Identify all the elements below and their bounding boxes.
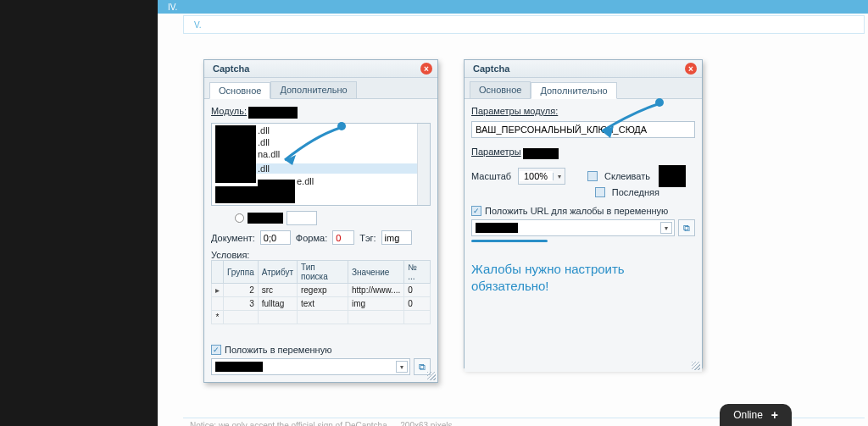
dialog-title: Captcha xyxy=(213,64,249,74)
put-url-label: Положить URL для жалобы в переменную xyxy=(485,206,668,216)
glue-checkbox[interactable] xyxy=(587,171,598,181)
close-icon[interactable]: × xyxy=(420,63,432,75)
module-listbox[interactable]: .dll .dll na.dll .dll e.dll xyxy=(211,123,431,206)
redacted-bar xyxy=(476,223,518,233)
module-params-input[interactable] xyxy=(471,121,695,138)
redacted-bar xyxy=(659,165,686,187)
plus-icon: + xyxy=(771,408,778,422)
tag-input[interactable] xyxy=(381,230,412,245)
document-input[interactable] xyxy=(260,230,291,245)
put-variable-label: Положить в переменную xyxy=(225,345,331,355)
list-item[interactable]: .dll xyxy=(258,137,270,147)
dialog-title: Captcha xyxy=(473,64,509,74)
last-label: Последняя xyxy=(612,187,659,197)
scale-spinner[interactable]: ▾ xyxy=(518,168,565,185)
captcha-dialog-main: Captcha × Основное Дополнительно Модуль:… xyxy=(203,59,438,383)
online-button[interactable]: Online + xyxy=(720,404,792,426)
dialog-tabs: Основное Дополнительно xyxy=(465,78,702,99)
redacted-bar xyxy=(523,148,559,159)
dialog-tabs: Основное Дополнительно xyxy=(204,78,437,99)
col-value: Значение xyxy=(348,261,403,284)
conditions-label: Условия: xyxy=(211,250,249,260)
form-label: Форма: xyxy=(296,233,327,243)
scrollbar[interactable] xyxy=(417,124,430,205)
last-checkbox[interactable] xyxy=(595,187,605,197)
radio-value-input[interactable] xyxy=(287,211,317,225)
resize-grip[interactable] xyxy=(692,362,700,370)
put-url-checkbox[interactable] xyxy=(471,206,481,216)
table-row[interactable]: 3 fulltag text img 0 xyxy=(212,297,431,311)
put-variable-checkbox[interactable] xyxy=(211,345,221,355)
form-input[interactable] xyxy=(332,230,354,245)
radio-option[interactable] xyxy=(235,213,244,223)
tab-main[interactable]: Основное xyxy=(470,81,531,98)
captcha-dialog-extra: Captcha × Основное Дополнительно Парамет… xyxy=(464,59,703,368)
sidebar-dark xyxy=(0,0,158,426)
list-item[interactable]: e.dll xyxy=(297,176,314,186)
tab-extra[interactable]: Дополнительно xyxy=(270,81,356,98)
svg-point-1 xyxy=(655,98,664,107)
table-row[interactable]: ▸ 2 src regexp http://www.... 0 xyxy=(212,284,431,297)
dialog-body: Модуль: .dll .dll na.dll .dll e.dll xyxy=(204,99,437,382)
row-marker-v: V. xyxy=(194,20,202,30)
list-item-selected[interactable]: .dll xyxy=(256,163,426,174)
dialog-titlebar: Captcha × xyxy=(465,60,702,78)
dialog-body: Параметры модуля: Параметры Масштаб ▾ xyxy=(465,99,702,372)
row-marker-iv: IV. xyxy=(168,3,177,12)
tag-label: Тэг: xyxy=(359,233,376,243)
conditions-table[interactable]: Группа Атрибут Тип поиска Значение № ...… xyxy=(211,260,431,324)
module-params-label: Параметры модуля: xyxy=(471,106,558,116)
sub-bar: V. xyxy=(183,15,865,34)
online-label: Online xyxy=(733,409,763,421)
copy-icon-button[interactable]: ⧉ xyxy=(678,219,695,236)
dialog-titlebar: Captcha × xyxy=(204,60,437,78)
redacted-bar xyxy=(248,107,298,119)
col-num: № ... xyxy=(404,261,431,284)
tab-extra[interactable]: Дополнительно xyxy=(531,82,616,99)
scale-input[interactable] xyxy=(519,171,553,181)
chevron-down-icon[interactable]: ▾ xyxy=(553,173,565,180)
list-item[interactable]: na.dll xyxy=(258,149,280,159)
table-header-row: Группа Атрибут Тип поиска Значение № ... xyxy=(212,261,431,284)
close-icon[interactable]: × xyxy=(685,63,697,75)
table-row-new[interactable]: * xyxy=(212,311,431,324)
chevron-down-icon[interactable]: ▾ xyxy=(660,222,672,234)
document-label: Документ: xyxy=(211,233,255,243)
tab-main[interactable]: Основное xyxy=(209,82,270,99)
redacted-bar xyxy=(215,362,263,372)
content-area: IV. V. Captcha × Основное Дополнительно … xyxy=(158,0,868,426)
blue-header-bar: IV. xyxy=(158,0,868,14)
col-find: Тип поиска xyxy=(297,261,348,284)
module-label: Модуль: xyxy=(211,106,247,116)
url-variable-combo[interactable]: ▾ xyxy=(471,219,675,236)
resize-grip[interactable] xyxy=(427,372,436,380)
scale-label: Масштаб xyxy=(471,171,511,181)
glue-label: Склеивать xyxy=(604,171,650,181)
list-item[interactable]: .dll xyxy=(258,125,270,136)
chevron-down-icon[interactable]: ▾ xyxy=(396,361,408,373)
params-label: Параметры xyxy=(471,147,521,157)
annotation-underline xyxy=(471,240,548,242)
redacted-bar xyxy=(248,213,283,224)
radio-row xyxy=(211,211,431,225)
col-attr: Атрибут xyxy=(258,261,297,284)
annotation-text: Жалобы нужно настроить обязательно! xyxy=(471,261,695,294)
col-group: Группа xyxy=(224,261,259,284)
variable-combo[interactable]: ▾ xyxy=(211,358,410,375)
